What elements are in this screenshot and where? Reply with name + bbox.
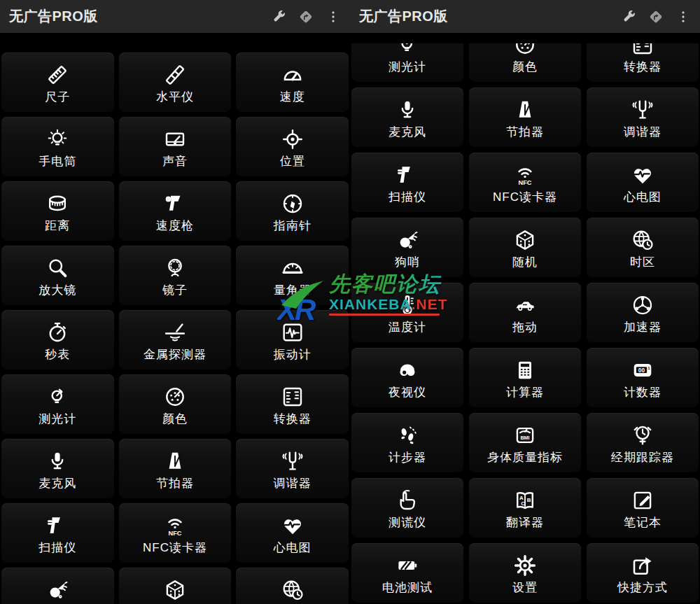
app-bar: 无广告PRO版 (350, 0, 700, 33)
app-title: 无广告PRO版 (9, 7, 270, 26)
tool-tile[interactable]: BMI 身体质量指标 (469, 413, 581, 472)
settings-icon (512, 553, 538, 578)
overflow-menu-icon[interactable] (675, 8, 692, 25)
tool-label: 位置 (280, 155, 305, 169)
translator-icon: ABC (512, 488, 538, 513)
metronome-icon (512, 97, 538, 122)
road-sign-icon[interactable] (648, 8, 664, 25)
microphone-icon (394, 97, 421, 122)
tool-label: 笔记本 (624, 516, 662, 530)
tool-tile[interactable]: 转换器 (587, 43, 699, 82)
tool-label: 夜视仪 (388, 386, 426, 400)
nfc-reader-icon: NFC (512, 162, 538, 188)
tool-tile[interactable]: NFC NFC读卡器 (119, 503, 232, 563)
microphone-icon (44, 449, 71, 474)
pedometer-icon (394, 423, 421, 448)
watermark-underline (329, 314, 440, 316)
tool-tile[interactable]: 快捷方式 (587, 543, 699, 603)
tool-tile[interactable]: 手电筒 (1, 117, 114, 176)
tool-tile[interactable]: 电池测试 (351, 543, 463, 603)
tool-label: 电池测试 (382, 581, 433, 595)
tool-tile[interactable]: 颜色 (469, 43, 581, 82)
tool-tile[interactable]: 时区 (236, 568, 349, 604)
tool-tile[interactable]: 金属探测器 (119, 310, 232, 370)
tool-tile[interactable]: 放大镜 (1, 246, 114, 305)
tool-tile[interactable]: 测谎仪 (351, 478, 463, 538)
tool-tile[interactable]: 位置 (236, 117, 349, 176)
tool-label: 颜色 (512, 60, 538, 74)
sound-meter-icon (162, 127, 188, 152)
tool-tile[interactable]: 尺子 (1, 52, 114, 112)
tool-tile[interactable]: 心电图 (236, 503, 349, 563)
tool-tile[interactable]: NFC NFC读卡器 (469, 153, 581, 212)
app-title: 无广告PRO版 (359, 7, 620, 26)
tool-tile[interactable]: 节拍器 (119, 439, 232, 498)
tool-tile[interactable]: 计步器 (351, 413, 463, 472)
tool-tile[interactable]: 笔记本 (587, 478, 699, 538)
tool-label: 测谎仪 (388, 516, 426, 530)
tool-tile[interactable]: 节拍器 (469, 87, 581, 147)
tool-tile[interactable]: 时区 (587, 218, 699, 277)
tool-tile[interactable]: 声音 (119, 117, 232, 176)
tool-tile[interactable]: 扫描仪 (1, 503, 114, 563)
tool-tile[interactable]: 测光计 (351, 43, 463, 82)
period-tracker-icon (629, 423, 656, 448)
tool-label: 手电筒 (38, 155, 76, 169)
tool-tile[interactable]: 指南针 (236, 181, 349, 241)
tool-tile[interactable]: 水平仪 (119, 52, 232, 112)
tool-tile[interactable]: 秒表 (1, 310, 114, 370)
tool-tile[interactable]: 加速器 (587, 283, 699, 342)
tool-tile[interactable]: 计算器 (469, 348, 581, 407)
light-meter-icon (44, 384, 71, 409)
tool-tile[interactable]: 心电图 (587, 153, 699, 212)
tool-tile[interactable]: 随机 (119, 568, 232, 604)
tool-tile[interactable]: 狗哨 (351, 218, 463, 277)
tool-label: 转换器 (274, 412, 312, 426)
tool-label: 计算器 (506, 386, 544, 400)
bmi-icon: BMI (512, 423, 538, 448)
svg-text:B: B (527, 497, 531, 503)
tool-label: 拖动 (512, 321, 538, 335)
tool-tile[interactable]: 距离 (1, 181, 114, 241)
tuner-icon (279, 449, 306, 474)
tool-tile[interactable]: 速度 (236, 52, 349, 112)
tool-tile[interactable]: 麦克风 (351, 87, 463, 147)
scanner-icon (394, 162, 421, 188)
timezone-icon (279, 577, 306, 603)
tool-tile[interactable]: 调谐器 (587, 87, 699, 147)
tool-label: 经期跟踪器 (611, 451, 674, 465)
tool-label: 扫描仪 (38, 541, 76, 555)
tool-label: 声音 (162, 155, 188, 169)
tool-tile[interactable]: 拖动 (469, 283, 581, 342)
location-icon (279, 127, 306, 152)
tool-label: 时区 (630, 255, 655, 269)
xr-logo-icon: XR (277, 280, 328, 325)
tool-tile[interactable]: 调谐器 (236, 439, 349, 498)
tool-tile[interactable]: ABC 翻译器 (469, 478, 581, 538)
metronome-icon (162, 449, 188, 474)
svg-text:BMI: BMI (520, 435, 529, 441)
tool-tile[interactable]: 转换器 (236, 374, 349, 434)
tool-tile[interactable]: 001 计数器 (587, 348, 699, 407)
wrench-icon[interactable] (620, 8, 637, 25)
road-sign-icon[interactable] (298, 8, 314, 25)
tool-tile[interactable]: 颜色 (119, 374, 232, 434)
tool-tile[interactable]: 经期跟踪器 (587, 413, 699, 472)
tool-tile[interactable]: 夜视仪 (351, 348, 463, 407)
tool-tile[interactable]: 随机 (469, 218, 581, 277)
counter-icon: 001 (629, 358, 656, 383)
tool-label: 心电图 (274, 541, 312, 555)
wrench-icon[interactable] (270, 8, 287, 25)
tool-tile[interactable]: 设置 (469, 543, 581, 603)
tool-tile[interactable]: 镜子 (119, 246, 232, 305)
tool-tile[interactable]: 扫描仪 (351, 153, 463, 212)
tool-label: 调谐器 (624, 125, 662, 139)
tool-tile[interactable]: 测光计 (1, 374, 114, 434)
tool-label: 计数器 (624, 386, 662, 400)
overflow-menu-icon[interactable] (325, 8, 342, 25)
distance-icon (44, 191, 71, 216)
tool-tile[interactable]: 麦克风 (1, 439, 114, 498)
tool-tile[interactable]: 速度枪 (119, 181, 232, 241)
tool-tile[interactable]: 狗哨 (1, 568, 114, 604)
tool-label: 速度枪 (156, 219, 194, 233)
